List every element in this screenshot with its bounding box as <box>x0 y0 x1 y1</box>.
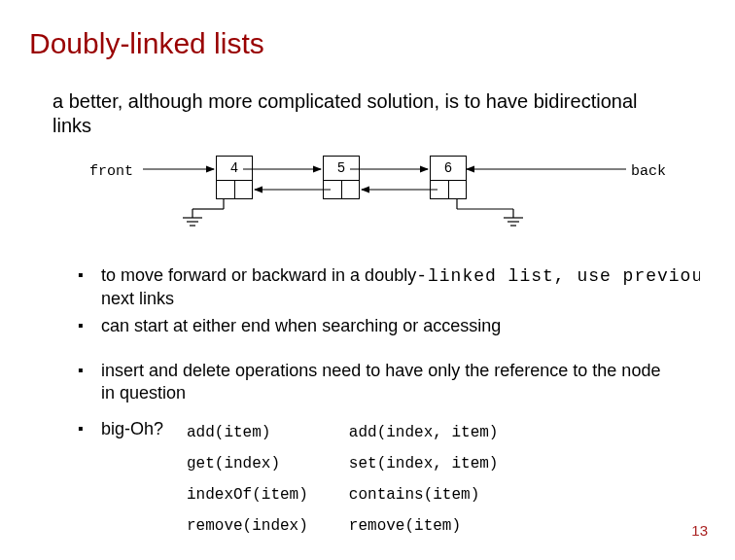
bullet-group-1: to move forward or backward in a doubly-… <box>78 264 700 341</box>
slide: Doubly-linked lists a better, although m… <box>0 0 735 560</box>
bullet-text: can start at either end when searching o… <box>101 316 501 335</box>
bullet-text: to move forward or backward in a doubly <box>101 265 416 285</box>
page-number: 13 <box>691 522 708 539</box>
methods-table: add(item) add(index, item) get(index) se… <box>185 416 539 542</box>
method-cell: set(index, item) <box>349 449 538 478</box>
table-row: get(index) set(index, item) <box>187 449 537 478</box>
method-cell: remove(index) <box>187 511 347 541</box>
method-cell: add(index, item) <box>349 418 538 447</box>
method-cell: remove(item) <box>349 511 538 541</box>
table-row: remove(index) remove(item) <box>187 511 537 541</box>
slide-title: Doubly-linked lists <box>29 27 264 60</box>
method-cell: contains(item) <box>349 480 538 509</box>
bullet-group-2: insert and delete operations need to hav… <box>78 360 700 409</box>
bullet-item: insert and delete operations need to hav… <box>78 360 675 405</box>
bullet-item: can start at either end when searching o… <box>78 315 700 337</box>
method-cell: add(item) <box>187 418 347 447</box>
method-cell: get(index) <box>187 449 347 478</box>
table-row: add(item) add(index, item) <box>187 418 537 447</box>
table-row: indexOf(item) contains(item) <box>187 480 537 509</box>
method-cell: indexOf(item) <box>187 480 347 509</box>
intro-text: a better, although more complicated solu… <box>52 89 655 138</box>
linked-list-diagram: front back 4 5 6 <box>89 156 673 243</box>
bigoh-label: big-Oh? <box>101 419 163 438</box>
bullet-item: to move forward or backward in a doubly-… <box>78 264 700 311</box>
bullet-text-line2: next links <box>101 289 174 308</box>
bullet-text: insert and delete operations need to hav… <box>101 361 660 402</box>
bullet-mono: -linked list, use previous & <box>416 266 700 286</box>
diagram-links <box>89 156 673 243</box>
